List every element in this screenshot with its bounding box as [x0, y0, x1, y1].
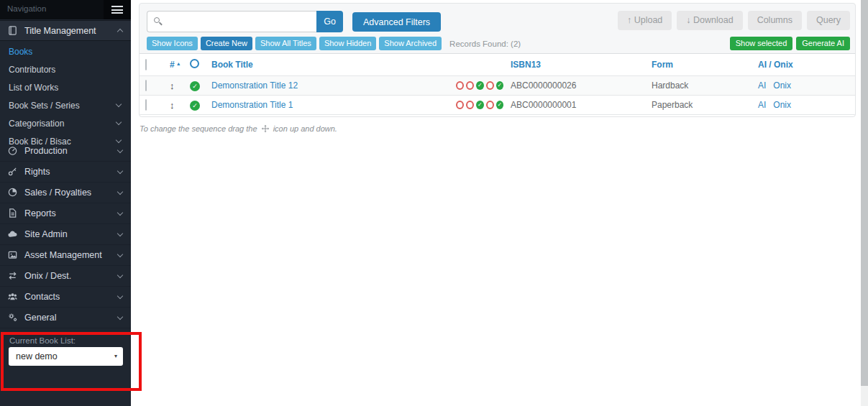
go-button[interactable]: Go: [316, 11, 343, 32]
status-green-check-icon: ✓: [476, 101, 484, 109]
show-all-titles-button[interactable]: Show All Titles: [255, 37, 316, 50]
sidebar-item-title-management[interactable]: Title Management: [0, 20, 131, 41]
generate-ai-button[interactable]: Generate AI: [796, 37, 850, 50]
show-hidden-button[interactable]: Show Hidden: [319, 37, 376, 50]
show-selected-button[interactable]: Show selected: [730, 37, 793, 50]
status-red-circle-icon: [456, 101, 464, 109]
search-group: Go: [147, 11, 343, 32]
current-book-list-select[interactable]: new demo ▾: [9, 347, 123, 366]
current-book-list-label: Current Book List:: [9, 336, 76, 345]
status-red-circle-icon: [456, 81, 464, 90]
drag-handle[interactable]: ↕: [170, 100, 175, 111]
create-new-button[interactable]: Create New: [201, 37, 252, 50]
sidebar-item-asset-management[interactable]: Asset Management: [0, 245, 131, 266]
table-row: ↕ ✓ Demonstration Title 12 ✓✓ ABC0000000…: [140, 75, 855, 95]
row-checkbox[interactable]: [145, 99, 147, 111]
sidebar-item-categorisation[interactable]: Categorisation: [0, 114, 131, 132]
sidebar-item-general[interactable]: General: [0, 308, 131, 328]
chevron-down-icon: [117, 313, 123, 319]
download-button[interactable]: ↓ Download: [677, 11, 742, 30]
sidebar-item-onix-dest[interactable]: Onix / Dest.: [0, 266, 131, 287]
sidebar-item-contacts[interactable]: Contacts: [0, 287, 131, 308]
isbn-cell: ABC0000000026: [511, 80, 652, 91]
status-green-check-icon: ✓: [190, 81, 200, 91]
onix-link[interactable]: Onix: [773, 100, 791, 110]
sidebar-item-book-sets-series[interactable]: Book Sets / Series: [0, 96, 131, 114]
chevron-down-icon: [117, 167, 123, 173]
hamburger-menu-button[interactable]: [104, 0, 131, 19]
navigation-label: Navigation: [7, 4, 46, 13]
column-header-ai-onix[interactable]: AI / Onix: [758, 60, 855, 70]
status-red-circle-icon: [486, 81, 494, 90]
ai-link[interactable]: AI: [758, 80, 766, 91]
scrollbar-thumb[interactable]: [861, 0, 868, 386]
table-actions: ↑ Upload ↓ Download Columns Query: [618, 11, 850, 30]
chevron-down-icon: [117, 251, 123, 257]
upload-button[interactable]: ↑ Upload: [618, 11, 672, 30]
columns-button[interactable]: Columns: [748, 11, 802, 30]
sidebar-item-reports[interactable]: Reports: [0, 203, 131, 224]
sidebar-item-contributors[interactable]: Contributors: [0, 60, 131, 78]
sidebar-main-menu: Production Rights Sales / Royalties: [0, 141, 131, 328]
sidebar-item-site-admin[interactable]: Site Admin: [0, 224, 131, 245]
file-icon: [7, 208, 19, 219]
gears-icon: [7, 312, 19, 323]
caret-down-icon: ▾: [114, 347, 117, 366]
drag-handle[interactable]: ↕: [170, 80, 175, 91]
status-red-circle-icon: [466, 81, 474, 90]
column-header-sequence[interactable]: #▲: [170, 60, 190, 70]
sidebar-item-books[interactable]: Books: [0, 42, 131, 60]
current-book-list-value: new demo: [16, 351, 58, 361]
status-circles: ✓✓: [456, 81, 511, 90]
sidebar-submenu: Books Contributors List of Works Book Se…: [0, 41, 131, 150]
status-green-check-icon: ✓: [496, 81, 504, 90]
show-icons-button[interactable]: Show Icons: [147, 37, 198, 50]
status-red-circle-icon: [486, 101, 494, 109]
row-checkbox[interactable]: [145, 80, 147, 91]
book-title-link[interactable]: Demonstration Title 1: [211, 100, 293, 110]
table-row: ↕ ✓ Demonstration Title 1 ✓✓ ABC00000000…: [140, 95, 855, 114]
records-found-text: Records Found: (2): [449, 40, 521, 48]
chevron-up-icon: [117, 29, 123, 34]
select-all-checkbox[interactable]: [145, 59, 147, 70]
users-icon: [7, 291, 19, 303]
search-input[interactable]: [147, 11, 316, 32]
sidebar-item-production[interactable]: Production: [0, 141, 131, 162]
sidebar-item-rights[interactable]: Rights: [0, 162, 131, 183]
query-button[interactable]: Query: [807, 11, 850, 30]
cloud-icon: [7, 229, 19, 240]
chevron-down-icon: [117, 230, 123, 236]
column-header-isbn13[interactable]: ISBN13: [511, 60, 652, 70]
onix-link[interactable]: Onix: [773, 80, 791, 91]
ai-link[interactable]: AI: [758, 100, 766, 110]
column-header-form[interactable]: Form: [652, 60, 758, 70]
chevron-down-icon: [117, 292, 123, 298]
books-table: #▲ Book Title ISBN13 Form AI / Onix ↕ ✓ …: [140, 53, 855, 116]
sidebar-item-sales-royalties[interactable]: Sales / Royalties: [0, 183, 131, 203]
status-green-check-icon: ✓: [190, 101, 200, 111]
sidebar-header: Navigation: [0, 0, 131, 19]
show-archived-button[interactable]: Show Archived: [379, 37, 442, 50]
chevron-down-icon: [116, 119, 122, 125]
chevron-down-icon: [117, 209, 123, 215]
table-bottom-border: [140, 114, 855, 115]
sort-ascending-icon: ▲: [176, 61, 181, 66]
advanced-filters-button[interactable]: Advanced Filters: [352, 12, 441, 32]
image-icon: [7, 249, 19, 261]
status-circles: ✓✓: [456, 101, 511, 109]
chevron-down-icon: [116, 101, 122, 107]
column-header-book-title[interactable]: Book Title: [211, 60, 456, 70]
sidebar-item-list-of-works[interactable]: List of Works: [0, 78, 131, 96]
tachometer-icon: [7, 145, 19, 157]
sidebar-item-label: Title Management: [24, 26, 96, 36]
filter-buttons-row: Show Icons Create New Show All Titles Sh…: [147, 37, 521, 50]
form-cell: Hardback: [652, 80, 758, 91]
search-icon: [154, 17, 160, 23]
chevron-down-icon: [117, 272, 123, 277]
key-icon: [7, 166, 19, 177]
status-column-header-icon: [190, 59, 199, 68]
move-icon: [261, 124, 270, 133]
book-title-link[interactable]: Demonstration Title 12: [211, 80, 298, 91]
exchange-icon: [7, 270, 19, 282]
vertical-scrollbar[interactable]: [861, 0, 868, 406]
